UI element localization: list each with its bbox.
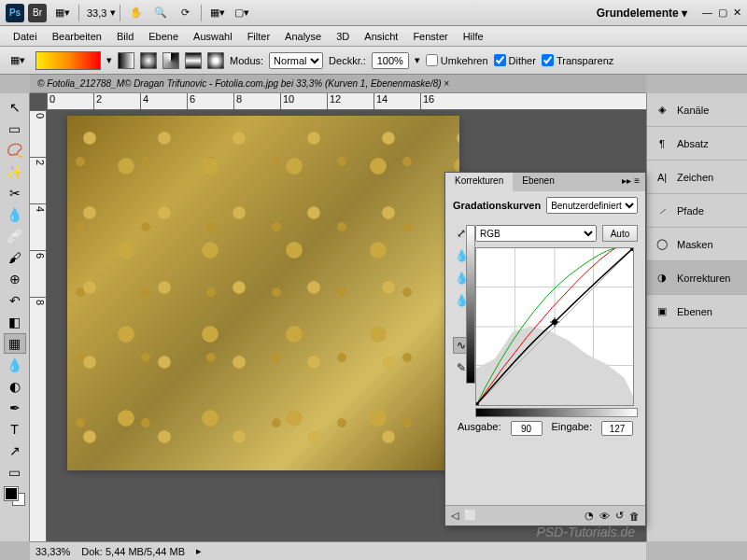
tab-korrekturen[interactable]: Korrekturen	[445, 173, 513, 191]
menu-ansicht[interactable]: Ansicht	[357, 28, 405, 45]
menu-datei[interactable]: Datei	[6, 28, 45, 45]
input-gradient	[475, 408, 638, 417]
doc-size-status[interactable]: Dok: 5,44 MB/5,44 MB	[81, 546, 185, 557]
separator	[201, 5, 202, 21]
separator	[78, 5, 79, 21]
options-bar: ▦▾ ▾ Modus: Normal Deckkr.: ▾ Umkehren D…	[0, 47, 747, 75]
panel-dock: ◈Kanäle ¶Absatz A|Zeichen ⟋Pfade ◯Masken…	[646, 93, 747, 541]
radial-gradient-icon[interactable]	[140, 52, 157, 69]
character-icon: A|	[655, 170, 669, 185]
rotate-view-icon[interactable]: ⟳	[174, 3, 196, 23]
zoom-tool-icon[interactable]: 🔍	[149, 3, 172, 23]
screen-mode-icon[interactable]: ▢▾	[231, 3, 253, 23]
pen-tool-icon[interactable]: ✒	[4, 398, 26, 418]
diamond-gradient-icon[interactable]	[207, 52, 224, 69]
expand-icon[interactable]: ⬜	[464, 510, 477, 522]
dropdown-arrow-icon[interactable]: ▾	[106, 54, 112, 66]
lasso-tool-icon[interactable]: 📿	[4, 140, 26, 161]
zoom-level[interactable]: 33,3	[87, 7, 106, 19]
channels-icon: ◈	[655, 103, 669, 118]
marquee-tool-icon[interactable]: ▭	[4, 119, 26, 139]
dropdown-arrow-icon[interactable]: ▾	[415, 54, 420, 66]
menu-auswahl[interactable]: Auswahl	[186, 28, 240, 45]
wand-tool-icon[interactable]: ✨	[4, 161, 26, 182]
visibility-icon[interactable]: 👁	[599, 511, 610, 522]
panel-kanaele[interactable]: ◈Kanäle	[647, 93, 747, 127]
dropdown-arrow-icon[interactable]: ▸	[196, 545, 202, 557]
document-canvas[interactable]	[67, 116, 459, 470]
type-tool-icon[interactable]: T	[4, 419, 26, 440]
output-input[interactable]	[511, 421, 543, 436]
hand-tool-icon[interactable]: ✋	[125, 3, 148, 23]
panel-tabs: Korrekturen Ebenen ▸▸ ≡	[445, 173, 645, 191]
document-title: © Fotolia_212788_M© Dragan Trifunovic - …	[37, 78, 449, 89]
auto-button[interactable]: Auto	[602, 225, 638, 242]
eraser-tool-icon[interactable]: ◧	[4, 312, 26, 332]
menu-3d[interactable]: 3D	[329, 28, 357, 45]
crop-tool-icon[interactable]: ✂	[4, 183, 26, 203]
arrange-docs-icon[interactable]: ▦▾	[206, 3, 229, 23]
shape-tool-icon[interactable]: ▭	[4, 462, 26, 483]
layout-dropdown-icon[interactable]: ▦▾	[51, 3, 74, 23]
opacity-input[interactable]	[372, 52, 409, 69]
path-tool-icon[interactable]: ↗	[4, 441, 26, 461]
panel-pfade[interactable]: ⟋Pfade	[647, 194, 747, 228]
heal-tool-icon[interactable]: 🩹	[4, 226, 26, 246]
trash-icon[interactable]: 🗑	[629, 511, 640, 522]
close-icon[interactable]: ✕	[733, 7, 741, 19]
transparenz-checkbox[interactable]: Transparenz	[542, 54, 613, 66]
color-swatches[interactable]	[5, 487, 25, 506]
workspace-switcher[interactable]: Grundelemente ▾	[589, 5, 695, 21]
menu-hilfe[interactable]: Hilfe	[456, 28, 491, 45]
linear-gradient-icon[interactable]	[118, 52, 134, 69]
menu-fenster[interactable]: Fenster	[405, 28, 455, 45]
menu-filter[interactable]: Filter	[240, 28, 277, 45]
gradient-tool-icon[interactable]: ▦▾	[7, 50, 29, 71]
panel-korrekturen[interactable]: ◑Korrekturen	[647, 261, 747, 295]
channel-select[interactable]: RGB	[475, 225, 597, 242]
menu-analyse[interactable]: Analyse	[277, 28, 329, 45]
dodge-tool-icon[interactable]: ◐	[4, 376, 26, 397]
panel-absatz[interactable]: ¶Absatz	[647, 127, 747, 161]
input-label: Eingabe:	[552, 421, 592, 436]
layers-icon: ▣	[655, 304, 669, 319]
zoom-status[interactable]: 33,33%	[35, 546, 70, 557]
toolbox: ↖ ▭ 📿 ✨ ✂ 💧 🩹 🖌 ⊕ ↶ ◧ ▦ 💧 ◐ ✒ T ↗ ▭	[0, 93, 30, 541]
panel-ebenen[interactable]: ▣Ebenen	[647, 295, 747, 329]
gradient-swatch[interactable]	[35, 51, 101, 70]
blur-tool-icon[interactable]: 💧	[4, 355, 26, 375]
brush-tool-icon[interactable]: 🖌	[4, 247, 26, 268]
collapse-icon[interactable]: ▸▸ ≡	[616, 173, 645, 191]
bridge-icon[interactable]: Br	[28, 4, 47, 22]
minimize-icon[interactable]: —	[702, 7, 712, 19]
eyedropper-tool-icon[interactable]: 💧	[4, 204, 26, 225]
menu-bearbeiten[interactable]: Bearbeiten	[45, 28, 109, 45]
back-icon[interactable]: ◁	[451, 510, 458, 522]
dropdown-arrow-icon[interactable]: ▾	[110, 7, 116, 19]
paragraph-icon: ¶	[655, 136, 669, 151]
menu-bild[interactable]: Bild	[109, 28, 141, 45]
separator	[120, 5, 120, 21]
panel-masken[interactable]: ◯Masken	[647, 228, 747, 261]
angle-gradient-icon[interactable]	[162, 52, 179, 69]
menu-ebene[interactable]: Ebene	[141, 28, 186, 45]
curves-graph[interactable]	[475, 247, 634, 406]
maximize-icon[interactable]: ▢	[718, 7, 727, 19]
gradient-tool-icon[interactable]: ▦	[4, 333, 26, 354]
history-brush-icon[interactable]: ↶	[4, 290, 26, 311]
panel-zeichen[interactable]: A|Zeichen	[647, 161, 747, 194]
document-tab[interactable]: © Fotolia_212788_M© Dragan Trifunovic - …	[30, 75, 646, 93]
umkehren-checkbox[interactable]: Umkehren	[426, 54, 488, 66]
stamp-tool-icon[interactable]: ⊕	[4, 269, 26, 289]
input-input[interactable]	[601, 421, 633, 436]
reset-icon[interactable]: ↺	[615, 510, 624, 522]
panel-footer: ◁ ⬜ ◔ 👁 ↺ 🗑	[445, 505, 645, 525]
dither-checkbox[interactable]: Dither	[494, 54, 536, 66]
move-tool-icon[interactable]: ↖	[4, 97, 26, 118]
tab-ebenen[interactable]: Ebenen	[513, 173, 563, 191]
photoshop-icon[interactable]: Ps	[6, 4, 24, 22]
clip-icon[interactable]: ◔	[585, 510, 594, 522]
blend-mode-select[interactable]: Normal	[269, 52, 323, 69]
preset-select[interactable]: Benutzerdefiniert	[546, 197, 638, 214]
reflected-gradient-icon[interactable]	[185, 52, 202, 69]
